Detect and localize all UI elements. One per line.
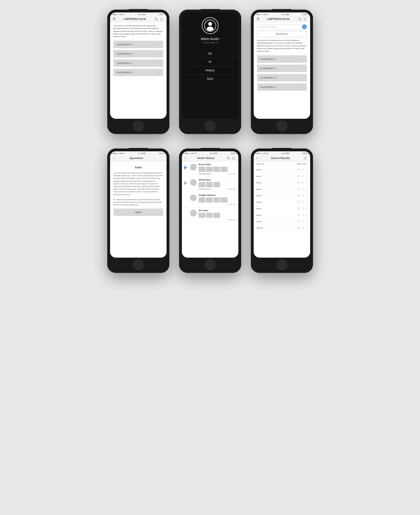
home-button[interactable]	[205, 121, 215, 131]
cart-icon[interactable]: 🛒	[304, 156, 307, 160]
category-btn-2[interactable]: CATEGORY 2 ›	[257, 65, 307, 72]
profile-name: Marie Austin	[201, 37, 219, 41]
result-item-7[interactable]: Item 7 ⓘ 📄 +	[254, 205, 310, 212]
result-item-4[interactable]: Item 4 ⓘ 📄 +	[254, 186, 310, 192]
phone-notch	[129, 148, 148, 151]
add-icon[interactable]: +	[306, 227, 307, 229]
avatar	[202, 17, 218, 34]
hamburger-icon[interactable]: ☰	[113, 17, 116, 21]
search-icon[interactable]: 🔍	[298, 17, 301, 21]
hamburger-icon[interactable]: ☰	[256, 17, 259, 21]
history-status-1: Pending delivery	[199, 173, 211, 174]
add-icon[interactable]: +	[306, 188, 307, 190]
doc-icon[interactable]: 📄	[301, 214, 304, 216]
result-item-3[interactable]: Item 3 ⓘ 📄 ✓	[254, 180, 310, 186]
category-btn-1[interactable]: CATEGORY 1 ›	[257, 55, 307, 63]
check-icon[interactable]: ✓	[305, 182, 307, 184]
info-icon[interactable]: ⓘ	[298, 226, 300, 230]
menu-item-isi[interactable]: ISI	[185, 50, 235, 58]
home-button[interactable]	[277, 121, 287, 131]
home-button[interactable]	[277, 259, 287, 270]
search-bar-container: Search for an asset 1.0	[257, 24, 307, 30]
cart-icon[interactable]: 🛒	[160, 17, 164, 21]
category-btn-4[interactable]: CATEGORY 4 ›	[257, 83, 307, 91]
result-item-10[interactable]: Item 10 ⓘ 📄 +	[254, 225, 310, 231]
menu-item-pi[interactable]: PI	[185, 58, 235, 66]
category-btn-4[interactable]: CATEGORY 4 ›	[113, 69, 163, 76]
thumb	[213, 167, 220, 172]
cart-icon[interactable]: 🛒	[232, 156, 235, 160]
nav-bar: ☰ LEMTRADA Sendr 🔍 🛒	[110, 16, 166, 22]
info-icon[interactable]: ⓘ	[297, 220, 300, 223]
doc-icon[interactable]: 📄	[301, 194, 304, 197]
add-icon[interactable]: +	[306, 207, 307, 210]
category-btn-3[interactable]: CATEGORY 3 ›	[257, 74, 307, 81]
info-icon[interactable]: ⓘ	[298, 200, 300, 204]
category-btn-2[interactable]: CATEGORY 2 ›	[113, 50, 163, 57]
info-icon[interactable]: ⓘ	[297, 174, 300, 178]
add-icon[interactable]: +	[306, 194, 307, 197]
select-all-btn[interactable]: Select All	[256, 163, 264, 165]
cart-icon[interactable]: 🛒	[303, 17, 307, 21]
result-item-9[interactable]: Item 9 ⓘ 📄 ✓	[254, 218, 310, 225]
check-icon[interactable]: ✓	[305, 175, 307, 177]
result-item-6[interactable]: Item 6 ⓘ 📄 +	[254, 199, 310, 205]
history-item-2[interactable]: Shirley Ryan Pending delivery 3 hours ag…	[182, 177, 238, 192]
doc-icon[interactable]: 📄	[301, 182, 304, 184]
status-right: 100%	[231, 152, 235, 154]
result-item-8[interactable]: Item 8 ⓘ 📄 ✓	[254, 212, 310, 218]
add-icon[interactable]: +	[306, 168, 307, 171]
phone-screen: ●●●○○ U18 ✦ 11:27AM 100% ☰ LEMTRADA Send…	[110, 12, 166, 119]
info-icon[interactable]: ⓘ	[297, 181, 300, 184]
search-icon[interactable]: 🔍	[226, 156, 230, 160]
history-item-4[interactable]: Eric Davis 25 days ago	[182, 207, 238, 223]
nav-bar: ‹ Search Results 🛒	[254, 155, 310, 161]
check-icon[interactable]: ✓	[305, 220, 307, 223]
nav-title: Agreement	[129, 157, 143, 159]
info-icon[interactable]: ⓘ	[297, 213, 300, 217]
svg-point-2	[207, 27, 213, 31]
info-icon[interactable]: ⓘ	[298, 194, 300, 197]
home-button[interactable]	[133, 259, 144, 270]
history-time-2: 3 hours ago	[227, 188, 236, 190]
history-item-1[interactable]: Bruce Fields Pending delivery 1 hour ago	[182, 161, 238, 177]
category-label-2: CATEGORY 2	[260, 67, 276, 70]
home-button[interactable]	[205, 259, 215, 270]
thumb	[221, 197, 228, 203]
history-item-3[interactable]: Douglas Newman 22 days ago	[182, 192, 238, 207]
check-icon[interactable]: ✓	[305, 214, 307, 216]
back-icon[interactable]: ‹	[185, 156, 186, 160]
search-icon[interactable]: 🔍	[154, 17, 158, 21]
doc-icon[interactable]: 📄	[301, 220, 304, 223]
result-item-1[interactable]: Item 1 ⓘ 📄 +	[254, 167, 310, 173]
category-btn-1[interactable]: CATEGORY 1 ›	[113, 41, 163, 48]
menu-item-history[interactable]: History	[185, 66, 235, 75]
phone-home: ●●●○○ U18 ✦ 11:27AM 100% ☰ LEMTRADA Send…	[107, 10, 169, 134]
result-label-8: Item 8	[256, 214, 297, 216]
doc-icon[interactable]: 📄	[301, 227, 304, 229]
phone-screen: ●●●○○ U18 ✦ 11:27AM 100% ‹ Sendr History…	[182, 151, 238, 258]
doc-icon[interactable]: 📄	[301, 175, 304, 178]
back-icon[interactable]: ‹	[256, 156, 258, 160]
result-item-5[interactable]: Item 5 ⓘ 📄 +	[254, 192, 310, 199]
search-field[interactable]: Search for an asset	[257, 24, 301, 30]
result-item-2[interactable]: Item 2 ⓘ 📄 ✓	[254, 173, 310, 180]
category-btn-3[interactable]: CATEGORY 3 ›	[113, 59, 163, 67]
agree-button[interactable]: I Agree	[113, 209, 163, 216]
doc-icon[interactable]: 📄	[301, 168, 304, 171]
doc-icon[interactable]: 📄	[301, 201, 304, 204]
history-avatar-1	[190, 164, 197, 170]
doc-icon[interactable]: 📄	[301, 188, 304, 190]
back-icon[interactable]: ‹	[113, 156, 114, 160]
search-button[interactable]: SEARCH	[257, 31, 307, 37]
menu-item-sync[interactable]: Sync	[185, 75, 235, 83]
info-icon[interactable]: ⓘ	[298, 207, 300, 210]
home-button[interactable]	[133, 121, 144, 131]
info-icon[interactable]: ⓘ	[298, 188, 300, 191]
doc-icon[interactable]: 📄	[301, 207, 304, 210]
info-icon[interactable]: ⓘ	[298, 168, 300, 171]
history-avatar-2	[190, 179, 197, 186]
select-none-btn[interactable]: Select None	[297, 163, 307, 165]
phone-agreement: ●●●○○ U18 ✦ 11:27AM 100% ‹ Agreement Ema…	[107, 148, 169, 273]
add-icon[interactable]: +	[306, 201, 307, 204]
